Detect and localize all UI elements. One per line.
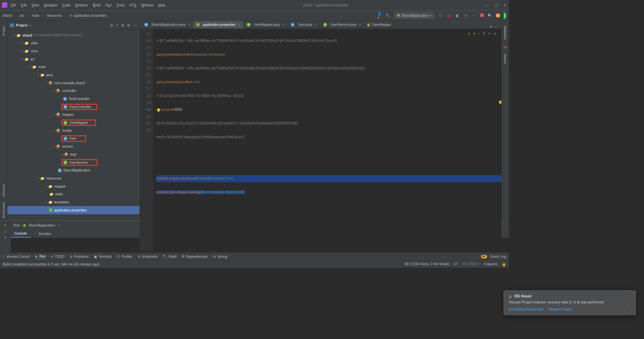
- tree-service[interactable]: ▾📦service: [7, 143, 140, 151]
- rerun-icon[interactable]: ↻: [4, 223, 7, 227]
- crumb-1[interactable]: src: [20, 14, 24, 17]
- code-editor[interactable]: 293031323334353637383940414243 # åST¨æPM…: [140, 29, 501, 251]
- run-icon[interactable]: ↻: [438, 13, 443, 18]
- hammer-icon[interactable]: 🔨: [386, 13, 390, 18]
- main-menu[interactable]: File Edit View Navigate Code Refactor Bu…: [11, 3, 165, 7]
- tree-res-mapper[interactable]: ▸📁mapper: [7, 182, 140, 190]
- crumb-0[interactable]: shan3: [3, 14, 12, 17]
- tree-usercontroller[interactable]: CUserController: [7, 103, 140, 111]
- left-tool-stripe[interactable]: Project Structure Bookmarks: [0, 21, 7, 221]
- tree-app-properties[interactable]: application.properties: [7, 206, 140, 214]
- sync-icon[interactable]: ↑: [496, 13, 500, 18]
- coverage-icon[interactable]: ◧: [455, 13, 460, 18]
- collapse-icon[interactable]: ≣: [121, 23, 124, 27]
- locate-icon[interactable]: ⊕: [110, 23, 113, 27]
- menu-refactor[interactable]: Refactor: [75, 3, 88, 7]
- project-tree[interactable]: ▾📁shan3C:\Users\哈\IdeaProjects\shan3 ▸📁.…: [7, 30, 140, 221]
- menu-run[interactable]: Run: [105, 3, 112, 7]
- menu-window[interactable]: Window: [141, 3, 154, 7]
- editor-tabs[interactable]: CShan3Application.java× application.prop…: [140, 21, 501, 29]
- tab-userservice[interactable]: IUserService.java×: [320, 21, 364, 29]
- bt-problems[interactable]: ⊘Problems: [70, 254, 89, 258]
- tree-src[interactable]: ▾📁src: [7, 55, 140, 63]
- tree-mvn[interactable]: ▸📁.mvn: [7, 47, 140, 55]
- tree-java[interactable]: ▾📁java: [7, 71, 140, 79]
- bt-endpoints[interactable]: ↯Endpoints: [138, 254, 157, 258]
- bt-run[interactable]: ▶Run: [35, 254, 46, 259]
- tree-model[interactable]: ▾📦model: [7, 127, 140, 135]
- tab-shan3app[interactable]: CShan3Application.java×: [141, 21, 193, 29]
- crumb-2[interactable]: main: [32, 14, 39, 17]
- tab-usermapper[interactable]: IUserMapper.java×: [243, 21, 287, 29]
- tab-app-properties[interactable]: application.properties×: [193, 21, 243, 29]
- scroll-down-icon[interactable]: ∨: [494, 32, 496, 36]
- menu-edit[interactable]: Edit: [21, 3, 27, 7]
- status-encoding[interactable]: ISO-8859-1: [462, 262, 479, 267]
- bt-build[interactable]: 🔨Build: [163, 254, 176, 259]
- stripe-project[interactable]: Project: [2, 26, 5, 36]
- tree-resources[interactable]: ▾📁resources: [7, 175, 140, 183]
- expand-icon[interactable]: ≡: [116, 23, 118, 27]
- tree-user[interactable]: CUser: [7, 135, 140, 143]
- more-icon[interactable]: »: [4, 230, 6, 234]
- lock-icon[interactable]: 🔒: [502, 262, 506, 267]
- search-icon[interactable]: 🔍: [487, 13, 492, 18]
- tree-static[interactable]: 📁static: [7, 190, 140, 198]
- profile-icon[interactable]: ⏱: [464, 13, 468, 18]
- menu-navigate[interactable]: Navigate: [44, 3, 58, 7]
- stop-icon[interactable]: [480, 13, 483, 17]
- menu-file[interactable]: File: [11, 3, 16, 7]
- bottom-tool-stripe[interactable]: ᚶVersion Control ▶Run ≡TODO ⊘Problems ▣T…: [0, 252, 509, 260]
- intention-bulb-icon[interactable]: 💡: [156, 108, 161, 113]
- tree-package[interactable]: ▾📦com.example.shan3: [7, 79, 140, 87]
- maximize-icon[interactable]: ▢: [495, 3, 498, 7]
- crumb-3[interactable]: resources: [47, 14, 62, 17]
- menu-view[interactable]: View: [32, 3, 39, 7]
- attach-icon[interactable]: ⋯: [472, 13, 477, 18]
- user-icon[interactable]: 👤▾: [377, 13, 382, 18]
- bt-todo[interactable]: ≡TODO: [51, 255, 64, 258]
- minimize-icon[interactable]: —: [486, 3, 489, 7]
- tab-user[interactable]: CUser.java×: [287, 21, 320, 29]
- close-icon[interactable]: ✕: [504, 3, 506, 7]
- menu-vcs[interactable]: VCS: [129, 3, 136, 7]
- bt-terminal[interactable]: ▣Terminal: [94, 254, 112, 258]
- run-tab-console[interactable]: Console: [11, 230, 31, 237]
- settings-icon[interactable]: ⚙: [127, 23, 130, 27]
- bt-vcs[interactable]: ᚶVersion Control: [3, 255, 30, 258]
- run-tab-close-icon[interactable]: ×: [58, 224, 60, 227]
- tree-templates[interactable]: ▸📁templates: [7, 198, 140, 206]
- stripe-structure[interactable]: Structure: [2, 184, 5, 197]
- tree-impl[interactable]: ▸📦impl: [7, 151, 140, 159]
- tree-main[interactable]: ▾📁main: [7, 63, 140, 71]
- project-panel-title[interactable]: Project: [16, 23, 28, 27]
- status-position[interactable]: 39:1 (100 chars, 1 line break): [405, 262, 449, 267]
- stripe-database[interactable]: Database: [503, 26, 507, 40]
- stripe-maven[interactable]: Maven: [503, 54, 507, 63]
- menu-tools[interactable]: Tools: [116, 3, 124, 7]
- tree-controller[interactable]: ▾📦controller: [7, 87, 140, 95]
- bt-profiler[interactable]: ⏱Profiler: [117, 255, 132, 258]
- tree-usermapper[interactable]: IUserMapper: [7, 119, 140, 127]
- hide-icon[interactable]: —: [133, 23, 137, 27]
- breadcrumb[interactable]: shan3〉 src〉 main〉 resources〉 ⚙ applicati…: [3, 13, 106, 18]
- right-tool-stripe[interactable]: Database m Maven: [501, 21, 509, 221]
- run-config-name[interactable]: Shan3Application: [29, 224, 55, 227]
- tabs-dropdown-icon[interactable]: ▾: [490, 25, 492, 29]
- menu-build[interactable]: Build: [93, 3, 101, 7]
- menu-help[interactable]: Help: [158, 3, 165, 7]
- tree-userservice[interactable]: IUserService: [7, 158, 140, 166]
- debug-icon[interactable]: 🐞: [446, 13, 451, 18]
- check-icon[interactable]: ✓: [478, 32, 481, 36]
- tree-shan3app[interactable]: CShan3Application: [7, 166, 140, 175]
- warning-icon[interactable]: ⚠: [468, 32, 471, 36]
- tree-idea[interactable]: ▸📁.idea: [7, 39, 140, 47]
- tree-root[interactable]: ▾📁shan3C:\Users\哈\IdeaProjects\shan3: [7, 31, 140, 39]
- error-stripe[interactable]: [499, 101, 501, 104]
- tree-testcontroller[interactable]: CTestController: [7, 95, 140, 103]
- menu-code[interactable]: Code: [62, 3, 70, 7]
- tree-mapper[interactable]: ▾📦mapper: [7, 111, 140, 119]
- more2-icon[interactable]: »: [4, 236, 6, 240]
- crumb-4[interactable]: application.properties: [74, 14, 107, 17]
- bt-eventlog[interactable]: Event Log: [491, 255, 506, 258]
